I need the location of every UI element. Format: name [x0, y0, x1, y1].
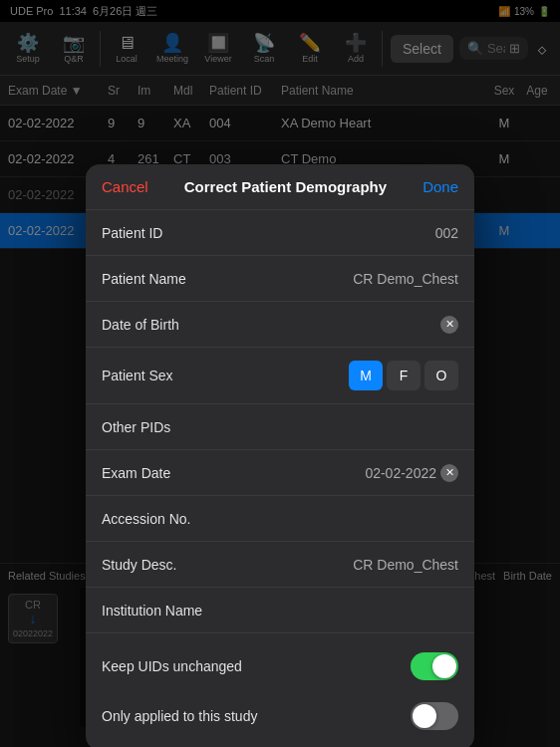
accession-row: Accession No.: [86, 496, 474, 542]
patient-name-row: Patient Name CR Demo_Chest: [86, 256, 474, 302]
study-desc-label: Study Desc.: [102, 557, 176, 573]
keep-uids-label: Keep UIDs unchanged: [102, 658, 242, 674]
dob-clear-button[interactable]: ✕: [440, 316, 458, 334]
study-desc-row: Study Desc. CR Demo_Chest: [86, 542, 474, 588]
institution-label: Institution Name: [102, 603, 202, 619]
patient-id-label: Patient ID: [102, 225, 162, 241]
keep-uids-toggle[interactable]: [411, 652, 458, 680]
sex-button-o[interactable]: O: [424, 361, 458, 390]
only-study-label: Only applied to this study: [102, 708, 257, 724]
done-button[interactable]: Done: [422, 178, 458, 195]
keep-uids-toggle-thumb: [432, 654, 456, 678]
only-study-row: Only applied to this study: [86, 691, 474, 741]
exam-date-value[interactable]: 02-02-2022: [365, 465, 436, 481]
modal-header: Cancel Correct Patient Demography Done: [86, 164, 474, 210]
patient-id-value[interactable]: 002: [435, 225, 458, 241]
keep-uids-row: Keep UIDs unchanged: [86, 641, 474, 691]
only-study-toggle-thumb: [413, 704, 436, 728]
exam-date-value-container: 02-02-2022 ✕: [365, 464, 458, 482]
study-desc-value[interactable]: CR Demo_Chest: [353, 557, 458, 573]
exam-date-label: Exam Date: [102, 465, 170, 481]
patient-sex-label: Patient Sex: [102, 368, 173, 383]
toggle-section: Keep UIDs unchanged Only applied to this…: [86, 633, 474, 747]
dob-label: Date of Birth: [102, 317, 179, 333]
cancel-button[interactable]: Cancel: [102, 178, 148, 195]
dob-value: ✕: [440, 316, 458, 334]
other-pids-row: Other PIDs: [86, 404, 474, 450]
modal-title: Correct Patient Demography: [184, 178, 387, 195]
patient-name-value[interactable]: CR Demo_Chest: [353, 271, 458, 287]
exam-date-clear-button[interactable]: ✕: [440, 464, 458, 482]
institution-row: Institution Name: [86, 588, 474, 633]
correct-demography-modal: Cancel Correct Patient Demography Done P…: [86, 164, 474, 747]
exam-date-row: Exam Date 02-02-2022 ✕: [86, 450, 474, 496]
other-pids-label: Other PIDs: [102, 419, 170, 435]
dob-row: Date of Birth ✕: [86, 302, 474, 348]
only-study-toggle[interactable]: [411, 702, 458, 730]
sex-button-m[interactable]: M: [349, 361, 383, 390]
patient-sex-row: Patient Sex M F O: [86, 348, 474, 404]
patient-name-label: Patient Name: [102, 271, 186, 287]
sex-button-group: M F O: [349, 361, 458, 390]
sex-button-f[interactable]: F: [387, 361, 420, 390]
patient-id-row: Patient ID 002: [86, 210, 474, 256]
accession-label: Accession No.: [102, 511, 190, 527]
modal-overlay: Cancel Correct Patient Demography Done P…: [0, 0, 560, 747]
